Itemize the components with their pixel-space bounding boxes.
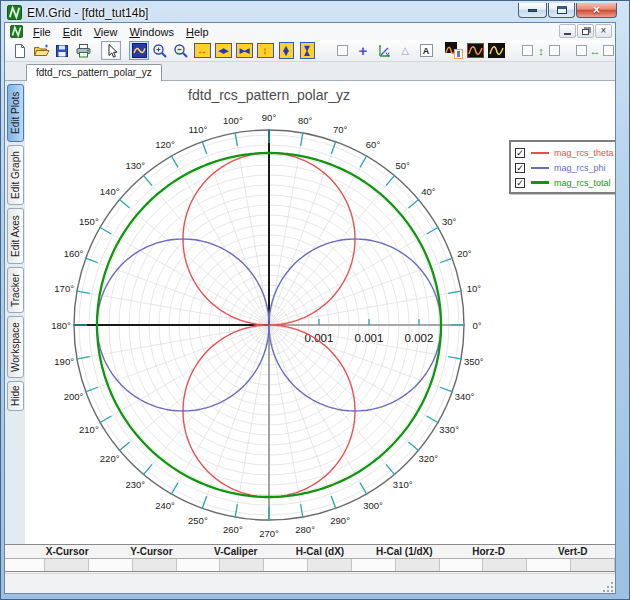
new-document-button[interactable] — [10, 41, 30, 60]
menu-file[interactable]: File — [27, 25, 57, 39]
mdi-restore-icon — [582, 29, 589, 35]
plot-style-dark-button[interactable] — [465, 41, 485, 60]
readout-value-row — [5, 559, 615, 571]
v-scale-right-checkbox[interactable] — [549, 45, 560, 56]
sidebar-item-tracker[interactable]: Tracker — [7, 267, 24, 313]
svg-text:310°: 310° — [393, 479, 413, 490]
expand-width-button[interactable]: ◀▶ — [213, 41, 233, 60]
document-logo-icon — [10, 25, 23, 38]
shrink-height-button[interactable]: ▶◀ — [297, 41, 317, 60]
svg-text:250°: 250° — [188, 515, 208, 526]
legend-row: ✓ mag_rcs_phi — [515, 160, 611, 175]
mdi-restore-button[interactable] — [577, 24, 594, 38]
maximize-button[interactable] — [548, 3, 575, 18]
svg-text:210°: 210° — [79, 424, 99, 435]
readout-header-row: X-Cursor Y-Cursor V-Caliper H-Cal (dX) H… — [5, 545, 615, 559]
title-bar[interactable]: EM.Grid - [fdtd_tut14b] × — [3, 3, 627, 22]
resize-grip[interactable] — [603, 581, 614, 592]
menu-help[interactable]: Help — [180, 25, 215, 39]
svg-text:350°: 350° — [464, 356, 484, 367]
menu-view[interactable]: View — [88, 25, 124, 39]
v-scale-icon: ↕ — [534, 45, 548, 57]
sidebar-item-edit-graph[interactable]: Edit Graph — [7, 145, 24, 205]
v-scale-left-checkbox[interactable] — [522, 45, 533, 56]
legend-checkbox-total[interactable]: ✓ — [515, 178, 525, 188]
svg-text:110°: 110° — [188, 124, 207, 135]
minimize-button[interactable] — [518, 3, 547, 18]
svg-text:330°: 330° — [439, 424, 459, 435]
svg-text:0.001: 0.001 — [355, 332, 384, 344]
zoom-out-button[interactable] — [171, 41, 191, 60]
svg-text:300°: 300° — [363, 500, 383, 511]
legend-row: ✓ mag_rcs_total — [515, 175, 611, 190]
menu-bar: File Edit View Windows Help × — [5, 23, 615, 40]
shrink-width-icon: ▶◀ — [236, 43, 253, 58]
legend-checkbox-phi[interactable]: ✓ — [515, 163, 525, 173]
fit-width-button[interactable]: ↔ — [192, 41, 212, 60]
close-button[interactable]: × — [576, 3, 617, 18]
app-logo-icon — [7, 5, 22, 20]
legend-row: ✓ mag_rcs_theta — [515, 145, 611, 160]
legend-line-theta — [531, 152, 549, 154]
sidebar-item-hide[interactable]: Hide — [7, 381, 24, 411]
axes-tool-button[interactable] — [374, 41, 394, 60]
sidebar: Edit Plots Edit Graph Edit Axes Tracker … — [5, 81, 25, 544]
select-cursor-button[interactable] — [101, 41, 121, 60]
open-file-button[interactable] — [31, 41, 51, 60]
readout-header-h-cal-1dx: H-Cal (1/dX) — [362, 545, 446, 558]
sidebar-item-workspace[interactable]: Workspace — [7, 316, 24, 378]
menu-edit[interactable]: Edit — [57, 25, 88, 39]
legend-checkbox-theta[interactable]: ✓ — [515, 148, 525, 158]
legend-line-phi — [531, 167, 549, 169]
mdi-minimize-button[interactable] — [559, 24, 576, 38]
pan-mode-button[interactable] — [129, 41, 149, 60]
tab-fdtd-rcs-pattern-polar-yz[interactable]: fdtd_rcs_pattern_polar_yz — [26, 64, 162, 81]
shape-tool-button[interactable]: △ — [395, 41, 415, 60]
sidebar-item-edit-axes[interactable]: Edit Axes — [7, 208, 24, 264]
readout-header-x-cursor: X-Cursor — [25, 545, 109, 558]
legend-label-phi: mag_rcs_phi — [554, 163, 606, 173]
add-marker-button[interactable]: + — [353, 41, 373, 60]
shrink-height-icon: ▶◀ — [300, 42, 315, 59]
h-scale-right-checkbox[interactable] — [603, 45, 614, 56]
menu-windows[interactable]: Windows — [123, 25, 180, 39]
copy-plot-button[interactable] — [444, 41, 464, 60]
text-tool-button[interactable]: A — [416, 41, 436, 60]
svg-text:90°: 90° — [262, 112, 277, 123]
legend-label-total: mag_rcs_total — [554, 178, 611, 188]
frame-toggle-button[interactable] — [332, 41, 352, 60]
open-folder-icon — [33, 43, 50, 59]
svg-text:20°: 20° — [457, 248, 472, 259]
fit-height-button[interactable]: ↕ — [255, 41, 275, 60]
svg-text:280°: 280° — [295, 524, 315, 535]
save-button[interactable] — [52, 41, 72, 60]
sidebar-item-edit-plots[interactable]: Edit Plots — [7, 84, 24, 142]
close-icon: × — [593, 5, 600, 15]
mdi-close-button[interactable]: × — [595, 24, 612, 38]
svg-text:40°: 40° — [421, 186, 436, 197]
readout-header-horz-d: Horz-D — [446, 545, 530, 558]
plot-area[interactable]: fdtd_rcs_pattern_polar_yz 0°10°20°30°40°… — [25, 81, 615, 544]
text-tool-icon: A — [420, 44, 433, 57]
svg-text:0.001: 0.001 — [305, 332, 334, 344]
h-scale-left-checkbox[interactable] — [576, 45, 587, 56]
print-button[interactable] — [73, 41, 93, 60]
expand-height-button[interactable]: ◀▶ — [276, 41, 296, 60]
plot-style-light-button[interactable] — [486, 41, 506, 60]
window-frame: EM.Grid - [fdtd_tut14b] × File Edit View… — [0, 0, 630, 600]
cursor-arrow-icon — [104, 43, 119, 59]
zoom-in-button[interactable] — [150, 41, 170, 60]
h-scale-icon: ↔ — [588, 45, 602, 57]
svg-text:60°: 60° — [366, 139, 381, 150]
svg-text:340°: 340° — [455, 391, 475, 402]
svg-text:130°: 130° — [125, 160, 145, 171]
window-title: EM.Grid - [fdtd_tut14b] — [27, 6, 148, 20]
svg-text:270°: 270° — [259, 528, 279, 539]
svg-text:0.002: 0.002 — [405, 332, 434, 344]
expand-width-icon: ◀▶ — [215, 43, 232, 58]
shrink-width-button[interactable]: ▶◀ — [234, 41, 254, 60]
expand-height-icon: ◀▶ — [279, 42, 294, 59]
svg-text:260°: 260° — [223, 524, 243, 535]
svg-text:160°: 160° — [64, 248, 84, 259]
svg-text:220°: 220° — [100, 453, 120, 464]
